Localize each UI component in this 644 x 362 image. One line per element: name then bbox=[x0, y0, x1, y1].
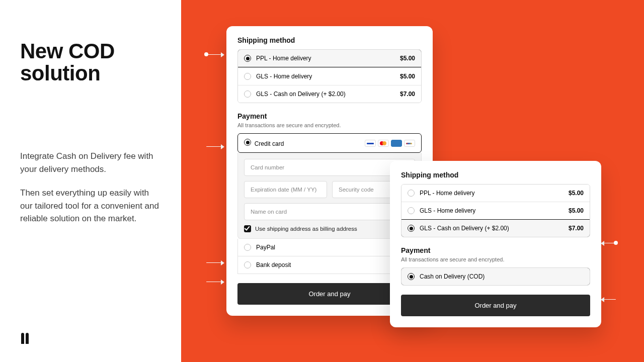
billing-same-checkbox[interactable]: Use shipping address as billing address bbox=[244, 225, 415, 232]
payment-subtitle: All transactions are secure and encrypte… bbox=[401, 256, 590, 262]
radio-icon bbox=[408, 225, 415, 232]
shipping-option-label: PPL - Home delivery bbox=[256, 55, 311, 62]
payment-option-label: PayPal bbox=[256, 244, 275, 251]
shipping-option[interactable]: GLS - Cash on Delivery (+ $2.00) $7.00 bbox=[238, 85, 421, 103]
shipping-options: PPL - Home delivery $5.00 GLS - Home del… bbox=[237, 49, 422, 103]
shipping-option[interactable]: GLS - Home delivery $5.00 bbox=[238, 67, 421, 85]
brand-logo bbox=[21, 333, 32, 344]
shipping-option-price: $5.00 bbox=[569, 190, 584, 197]
payment-title: Payment bbox=[401, 246, 590, 254]
payment-subtitle: All transactions are secure and encrypte… bbox=[237, 122, 422, 128]
shipping-option-price: $7.00 bbox=[400, 90, 415, 98]
cardholder-name-input[interactable]: Name on card bbox=[244, 203, 415, 220]
order-pay-button[interactable]: Order and pay bbox=[401, 295, 590, 316]
connector-arrow bbox=[206, 54, 221, 55]
connector-line bbox=[0, 227, 1, 284]
checkout-card-cod: Shipping method PPL - Home delivery $5.0… bbox=[390, 161, 601, 327]
hero-paragraph-2: Then set everything up easily with our t… bbox=[20, 187, 161, 225]
visa-icon bbox=[365, 140, 376, 147]
card-brand-icons bbox=[365, 140, 415, 147]
shipping-option[interactable]: PPL - Home delivery $5.00 bbox=[401, 185, 590, 202]
shipping-option-label: GLS - Cash on Delivery (+ $2.00) bbox=[420, 225, 509, 232]
radio-icon bbox=[244, 139, 251, 146]
payment-options: Cash on Delivery (COD) bbox=[401, 267, 590, 286]
radio-icon bbox=[244, 244, 251, 251]
radio-icon bbox=[244, 261, 251, 268]
shipping-option-price: $5.00 bbox=[569, 207, 584, 214]
hero-copy: New COD solution Integrate Cash on Deliv… bbox=[20, 40, 161, 236]
shipping-option-label: GLS - Home delivery bbox=[420, 207, 475, 214]
shipping-option[interactable]: PPL - Home delivery $5.00 bbox=[237, 49, 422, 67]
payment-option-credit[interactable]: Credit card bbox=[237, 133, 422, 153]
shipping-option-label: GLS - Cash on Delivery (+ $2.00) bbox=[256, 90, 346, 98]
shipping-option-price: $7.00 bbox=[569, 225, 584, 232]
shipping-option-price: $5.00 bbox=[400, 55, 415, 62]
radio-icon bbox=[244, 73, 251, 80]
shipping-option[interactable]: GLS - Cash on Delivery (+ $2.00) $7.00 bbox=[401, 219, 590, 237]
payment-option-label: Bank deposit bbox=[256, 261, 291, 268]
checkbox-checked-icon bbox=[244, 225, 251, 232]
connector-arrow bbox=[604, 299, 616, 300]
payment-option-label: Credit card bbox=[255, 140, 284, 147]
hero-paragraph-1: Integrate Cash on Delivery fee with your… bbox=[20, 150, 161, 175]
shipping-title: Shipping method bbox=[237, 36, 422, 44]
amex-icon bbox=[391, 140, 402, 147]
connector-arrow bbox=[604, 243, 616, 243]
shipping-options: PPL - Home delivery $5.00 GLS - Home del… bbox=[401, 184, 590, 237]
expiry-input[interactable]: Expiration date (MM / YY) bbox=[244, 181, 327, 198]
radio-icon bbox=[244, 90, 251, 98]
shipping-option-label: GLS - Home delivery bbox=[256, 73, 312, 80]
more-cards-icon bbox=[404, 140, 415, 147]
hero-title: New COD solution bbox=[20, 40, 161, 84]
connector-arrow bbox=[206, 262, 221, 263]
mastercard-icon bbox=[378, 140, 389, 147]
shipping-option[interactable]: GLS - Home delivery $5.00 bbox=[401, 202, 590, 219]
radio-icon bbox=[244, 55, 251, 62]
radio-icon bbox=[408, 190, 415, 197]
shipping-title: Shipping method bbox=[401, 171, 590, 179]
payment-option-label: Cash on Delivery (COD) bbox=[420, 273, 485, 280]
connector-line bbox=[0, 0, 1, 227]
shipping-option-label: PPL - Home delivery bbox=[420, 190, 475, 197]
radio-icon bbox=[408, 273, 415, 280]
payment-option-cod[interactable]: Cash on Delivery (COD) bbox=[401, 267, 590, 286]
billing-same-label: Use shipping address as billing address bbox=[255, 226, 357, 232]
shipping-option-price: $5.00 bbox=[400, 73, 415, 80]
card-number-input[interactable]: Card number bbox=[244, 159, 415, 176]
connector-arrow bbox=[206, 282, 221, 282]
payment-title: Payment bbox=[237, 112, 422, 120]
connector-arrow bbox=[206, 146, 221, 147]
radio-icon bbox=[408, 207, 415, 214]
